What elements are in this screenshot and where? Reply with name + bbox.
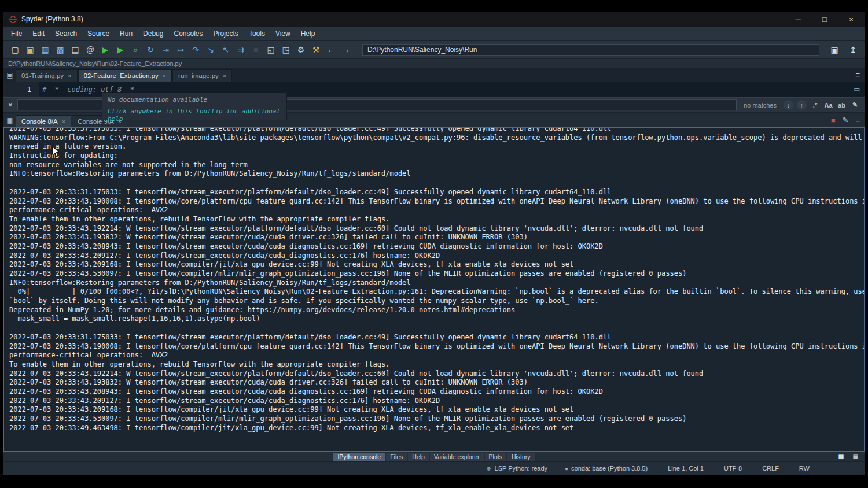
editor-tab[interactable]: 01-Training.py × [16, 69, 78, 82]
console-line: INFO:tensorflow:Restoring parameters fro… [9, 169, 864, 179]
menu-item[interactable]: File [6, 29, 27, 38]
title-bar: Spyder (Python 3.8) ─ □ × [3, 12, 865, 27]
maximize-pane-icon[interactable]: ◱ [264, 43, 278, 56]
mouse-cursor [52, 146, 60, 158]
forward-icon[interactable]: → [339, 43, 353, 56]
status-label: Line 1, Col 1 [668, 465, 704, 472]
maximize-button[interactable]: □ [811, 12, 838, 27]
pane-tab[interactable]: Files [386, 453, 407, 461]
continue-icon[interactable]: ⇉ [234, 43, 248, 56]
lsp-status: ⚙ LSP Python: ready [487, 465, 548, 472]
step-over-icon[interactable]: ↷ [189, 43, 203, 56]
menu-item[interactable]: Run [115, 29, 138, 38]
close-split-icon[interactable]: ─ [845, 86, 849, 93]
ipython-console-pane[interactable]: 2022-07-03 20:33:37.175033: I tensorflow… [3, 127, 865, 452]
console-options-icon[interactable]: ≡ [855, 116, 860, 124]
debug-file-icon[interactable]: ↦ [174, 43, 187, 56]
line-endings: CRLF [759, 465, 779, 472]
console-line: 2022-07-03 20:33:43.209168: I tensorflow… [9, 405, 864, 415]
menu-item[interactable]: Projects [208, 29, 244, 38]
step-into-icon[interactable]: ↘ [204, 43, 218, 56]
rename-console-icon[interactable]: ✎ [843, 116, 849, 124]
rerun-cell-icon[interactable]: ↻ [144, 43, 157, 56]
open-directory-icon[interactable]: ▣ [827, 43, 841, 56]
highlight-toggle[interactable]: ✎ [850, 100, 860, 110]
find-icons: ↓↑.*Aaab✎ [784, 100, 860, 110]
tab-close-icon[interactable]: × [62, 118, 65, 125]
menu-item[interactable]: Debug [138, 29, 168, 38]
toolbar-right-icons: ▣↥ [827, 43, 860, 56]
editor-tab[interactable]: run_image.py × [172, 69, 232, 82]
menu-item[interactable]: Consoles [168, 29, 208, 38]
pane-buttons: IPython consoleFilesHelpVariable explore… [333, 453, 534, 461]
console-line: non-resource variables are not supported… [9, 161, 864, 170]
main-toolbar: ▢▣▦▩▤@▶▶»↻⇥↦↷↘↖⇉■◱◳⚙⚒←→ ▣↥ [3, 41, 865, 59]
pause-icon[interactable]: ▮▮ [838, 453, 844, 460]
parent-directory-icon[interactable]: ↥ [846, 43, 860, 56]
whole-word-toggle[interactable]: ab [837, 100, 847, 110]
status-bar: ⚙ LSP Python: ready ● conda: base (Pytho… [3, 461, 865, 475]
console-line: Instructions for updating: [9, 151, 864, 161]
find-close-icon[interactable]: × [8, 101, 13, 109]
path-manager-icon[interactable]: ⚒ [309, 43, 323, 56]
editor-options-menu-icon[interactable]: ≡ [855, 71, 860, 79]
print-icon[interactable]: ▤ [68, 43, 82, 56]
pane-tab[interactable]: Plots [485, 453, 506, 461]
breadcrumb-row: D:\PythonRUN\Saliency_Noisy\Run\02-Featu… [3, 59, 865, 68]
split-menu-icon[interactable]: ▭ [854, 86, 860, 93]
run-cell-icon[interactable]: ▶ [113, 43, 127, 56]
console-tab[interactable]: Console 8/A × [16, 115, 71, 127]
window-controls: ─ □ × [785, 12, 865, 27]
save-all-icon[interactable]: ▩ [53, 43, 67, 56]
interrupt-kernel-icon[interactable]: ■ [831, 116, 836, 124]
console-line: 2022-07-03 20:33:43.209168: I tensorflow… [9, 260, 864, 269]
fullscreen-icon[interactable]: ◳ [279, 43, 293, 56]
case-toggle[interactable]: Aa [823, 100, 833, 110]
documentation-tooltip[interactable]: No documentation available Click anywher… [102, 93, 287, 120]
browse-console-tabs-icon[interactable]: ▣ [5, 116, 15, 124]
toolbar-icons: ▢▣▦▩▤@▶▶»↻⇥↦↷↘↖⇉■◱◳⚙⚒←→ [8, 43, 353, 56]
menu-item[interactable]: Tools [244, 29, 270, 38]
create-cell-icon[interactable]: @ [83, 43, 97, 56]
console-line: 2022-07-03 20:33:49.463498: I tensorflow… [9, 424, 864, 433]
pane-tab[interactable]: IPython console [333, 453, 385, 461]
console-line: 2022-07-03 20:33:43.192214: W tensorflow… [9, 224, 864, 234]
pane-tab[interactable]: History [507, 453, 535, 461]
find-previous-icon[interactable]: ↑ [797, 100, 807, 110]
browse-tabs-icon[interactable]: ▣ [5, 71, 15, 79]
run-file-icon[interactable]: ▶ [98, 43, 112, 56]
pane-tab[interactable]: Help [408, 453, 429, 461]
preferences-icon[interactable]: ⚙ [294, 43, 308, 56]
tab-close-icon[interactable]: × [163, 72, 166, 79]
pane-tab[interactable]: Variable explorer [430, 453, 484, 461]
stop-icon[interactable]: ■ [249, 43, 263, 56]
menu-item[interactable]: Source [82, 29, 115, 38]
tab-close-icon[interactable]: × [68, 72, 71, 79]
minimize-button[interactable]: ─ [785, 12, 811, 27]
editor-tab-bar: ▣ 01-Training.py × 02-Feature_Extraction… [3, 68, 865, 82]
run-cell-advance-icon[interactable]: » [128, 43, 142, 56]
editor-tab[interactable]: 02-Feature_Extraction.py × [78, 69, 172, 82]
close-button[interactable]: × [838, 12, 865, 27]
back-icon[interactable]: ← [324, 43, 338, 56]
console-toolbar-icons: ■✎≡ [831, 113, 860, 127]
preview-icon[interactable]: ▦ [853, 453, 858, 460]
menu-item[interactable]: Edit [27, 29, 50, 38]
save-file-icon[interactable]: ▦ [38, 43, 52, 56]
new-file-icon[interactable]: ▢ [8, 43, 22, 56]
step-return-icon[interactable]: ↖ [219, 43, 233, 56]
open-file-icon[interactable]: ▣ [23, 43, 37, 56]
tab-label: 02-Feature_Extraction.py [84, 72, 159, 79]
run-selection-icon[interactable]: ⇥ [159, 43, 172, 56]
tab-close-icon[interactable]: × [223, 72, 226, 79]
menu-item[interactable]: View [270, 29, 296, 38]
status-label: UTF-8 [724, 465, 742, 472]
find-next-icon[interactable]: ↓ [784, 100, 793, 110]
working-directory-input[interactable] [362, 44, 819, 56]
console-line: 2022-07-03 20:33:43.209127: I tensorflow… [9, 252, 864, 261]
regex-toggle[interactable]: .* [810, 100, 820, 110]
menu-item[interactable]: Search [50, 29, 82, 38]
menu-item[interactable]: Help [296, 29, 321, 38]
line-number-gutter: 1 [3, 82, 39, 97]
console-line: 2022-07-03 20:33:43.530097: I tensorflow… [9, 415, 864, 424]
